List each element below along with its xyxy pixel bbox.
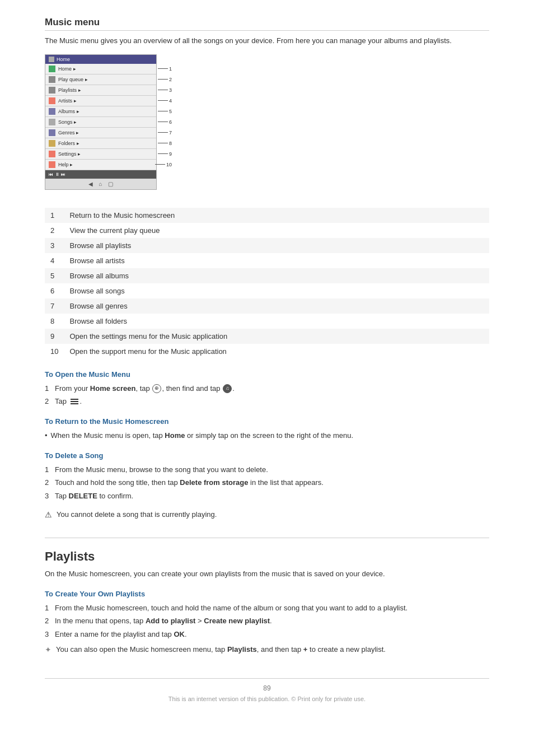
step-number: 3 [45,629,55,640]
music-menu-title: Music menu [45,17,489,31]
note-text: You cannot delete a song that is current… [57,509,217,520]
music-menu-section: Music menu The Music menu gives you an o… [45,17,489,524]
open-music-menu-steps: 1 From your Home screen, tap ⊕, then fin… [45,383,489,408]
delete-song-steps: 1 From the Music menu, browse to the son… [45,464,489,502]
menu-label-folders: Folders ▸ [58,141,153,146]
step-number: 1 [45,383,55,394]
menu-item-artists: Artists ▸ 4 [45,96,156,106]
menu-item-songs: Songs ▸ 6 [45,117,156,128]
table-row: 9 Open the settings menu for the Music a… [45,329,489,344]
row-num: 3 [45,238,64,253]
row-num: 8 [45,314,64,329]
section-divider [45,538,489,538]
menu-label-artists: Artists ▸ [58,98,153,104]
return-homescreen-title: To Return to the Music Homescreen [45,417,489,426]
menu-item-playqueue: Play queue ▸ 2 [45,74,156,85]
step-text: Tap DELETE to confirm. [55,491,489,502]
table-row: 4 Browse all artists [45,253,489,268]
page-number: 89 [45,684,489,692]
create-playlists-title: To Create Your Own Playlists [45,590,489,598]
menu-label-genres: Genres ▸ [58,130,153,136]
menu-item-genres: Genres ▸ 7 [45,128,156,138]
callout-7: 7 [158,130,172,136]
playlists-section: Playlists On the Music homescreen, you c… [45,549,489,656]
step-text: Tap . [55,396,489,407]
list-item: 3 Tap DELETE to confirm. [45,491,489,502]
folders-icon [49,140,55,147]
row-num: 1 [45,208,64,223]
row-desc: Return to the Music homescreen [64,208,489,223]
row-num: 2 [45,223,64,238]
step-number: 2 [45,615,55,627]
device-header: Home [45,55,156,64]
device-header-text: Home [57,57,70,62]
genres-icon [49,129,55,136]
menu-item-home: Home ▸ 1 [45,64,156,74]
settings-icon [49,151,55,157]
list-item: 1 From your Home screen, tap ⊕, then fin… [45,383,489,394]
menu-item-folders: Folders ▸ 8 [45,138,156,149]
table-row: 1 Return to the Music homescreen [45,208,489,223]
row-desc: Browse all artists [64,253,489,268]
albums-icon [49,108,55,115]
table-row: 2 View the current play queue [45,223,489,238]
list-item: 2 Touch and hold the song title, then ta… [45,477,489,488]
row-desc: Browse all playlists [64,238,489,253]
step-number: 2 [45,396,55,407]
create-playlists-tip: ✦ You can also open the Music homescreen… [45,644,489,656]
list-item: 2 Tap . [45,396,489,407]
callout-10: 10 [155,162,172,167]
apps-icon: ⊕ [152,384,161,393]
play-pause-icon: ⏸ [55,172,59,177]
menu-item-playlists: Playlists ▸ 3 [45,85,156,96]
step-text: From your Home screen, tap ⊕, then find … [55,383,489,394]
step-text: Enter a name for the playlist and tap OK… [55,629,489,640]
step-text: From the Music homescreen, touch and hol… [55,603,489,614]
recents-button: ▢ [108,181,113,187]
menu-label-songs: Songs ▸ [58,119,153,125]
tip-text: You can also open the Music homescreen m… [56,644,386,655]
now-playing-bar: ⏮ ⏸ ⏭ [45,170,156,179]
step-number: 3 [45,491,55,502]
bullet-text: When the Music menu is open, tap Home or… [51,430,354,441]
row-desc: Browse all albums [64,268,489,283]
step-number: 1 [45,603,55,614]
row-num: 7 [45,298,64,314]
list-item: 2 In the menu that opens, tap Add to pla… [45,615,489,627]
step-number: 1 [45,464,55,475]
row-num: 6 [45,283,64,298]
table-row: 6 Browse all songs [45,283,489,298]
hamburger-icon [71,396,78,408]
menu-label-help: Help ▸ [58,162,153,167]
step-number: 2 [45,477,55,488]
svg-rect-0 [71,399,78,400]
row-desc: Browse all folders [64,314,489,329]
row-num: 5 [45,268,64,283]
help-icon [49,161,55,168]
step-text: From the Music menu, browse to the song … [55,464,489,475]
callout-6: 6 [158,119,172,125]
delete-song-note: ⚠ You cannot delete a song that is curre… [45,506,489,524]
delete-song-title: To Delete a Song [45,451,489,460]
svg-rect-2 [71,403,78,404]
list-item: 1 From the Music menu, browse to the son… [45,464,489,475]
music-menu-intro: The Music menu gives you an overview of … [45,35,489,46]
row-desc: Open the support menu for the Music appl… [64,344,489,359]
row-num: 10 [45,344,64,359]
back-button: ◀ [88,181,93,187]
playlists-icon [49,87,55,94]
list-item: When the Music menu is open, tap Home or… [45,430,489,441]
row-desc: Browse all songs [64,283,489,298]
row-num: 4 [45,253,64,268]
menu-item-help: Help ▸ 10 [45,160,156,170]
footer-note: This is an internet version of this publ… [45,696,489,702]
callout-2: 2 [158,77,172,82]
menu-label-playqueue: Play queue ▸ [58,77,153,82]
row-desc: Browse all genres [64,298,489,314]
callout-5: 5 [158,109,172,114]
table-row: 5 Browse all albums [45,268,489,283]
callout-9: 9 [158,151,172,157]
skip-icon: ⏭ [61,172,65,177]
page-footer: 89 [45,678,489,692]
playlists-intro: On the Music homescreen, you can create … [45,568,489,580]
